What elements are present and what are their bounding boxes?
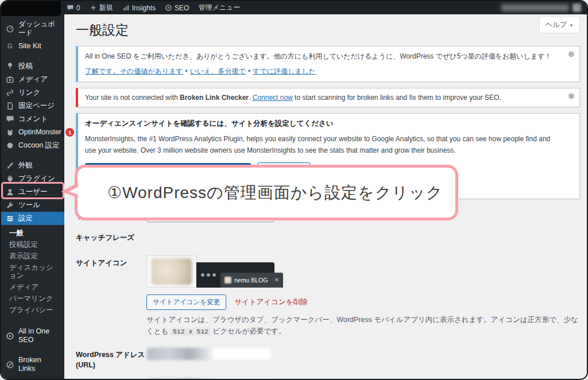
app-icon-preview — [146, 255, 196, 288]
sidebar-item-label: メディア — [18, 75, 48, 84]
adminbar-seo[interactable]: SEO — [160, 1, 194, 14]
sidebar-item-cocoon[interactable]: Cocoon 設定 — [1, 139, 64, 152]
seo-icon — [6, 332, 14, 340]
notice-aioseo-review: All in One SEO をご利用いただき、ありがとうございます。他の方にも… — [76, 46, 580, 82]
sidebar-item-pages[interactable]: 固定ページ — [1, 99, 64, 113]
admin-sidebar: ダッシュボードSite Kit投稿メディアリンク固定ページコメントOptinMo… — [1, 14, 64, 379]
seo-ring-icon — [165, 4, 172, 11]
comments-count: 0 — [76, 4, 80, 12]
browser-tab: nemu BLOG ✕ — [220, 273, 283, 288]
dismiss-icon[interactable]: ⊗ — [568, 92, 575, 100]
sidebar-item-tools[interactable]: ツール — [1, 199, 64, 212]
bar-chart-icon — [122, 4, 130, 11]
sidebar-item-posts[interactable]: 投稿 — [1, 60, 64, 73]
media-icon — [6, 75, 14, 84]
sidebar-item-label: ユーザー — [18, 188, 48, 196]
remove-site-icon-link[interactable]: サイトアイコンを削除 — [234, 297, 307, 307]
optinmonster-icon — [6, 128, 14, 137]
avatar — [572, 3, 581, 12]
chevron-down-icon: ▼ — [569, 23, 574, 28]
sidebar-item-site-kit[interactable]: Site Kit — [1, 40, 64, 53]
settings-submenu: 一般投稿設定表示設定ディスカッションメディアパーマリンクプライバシー — [1, 225, 64, 318]
adminbar-insights[interactable]: Insights — [118, 1, 160, 14]
annotation-callout: ①WordPressの管理画面から設定をクリック — [75, 165, 458, 220]
change-site-icon-button[interactable]: サイトアイコンを変更 — [146, 294, 226, 310]
wp-address-row: WordPress アドレス (URL) — [76, 347, 580, 370]
submenu-item-ディスカッション[interactable]: ディスカッション — [1, 262, 64, 281]
admin-bar: 0 新規 Insights SEO 管理メニュー — [1, 1, 587, 14]
annotation-text: ①WordPressの管理画面から設定をクリック — [107, 182, 443, 204]
review-action-link-0[interactable]: 了解です。その価値があります — [85, 67, 183, 75]
submenu-item-投稿設定[interactable]: 投稿設定 — [1, 239, 64, 250]
sidebar-item-label: 投稿 — [18, 62, 33, 71]
dismiss-icon[interactable]: ⊗ — [568, 50, 575, 58]
connect-now-link[interactable]: Connect now — [253, 94, 293, 102]
sidebar-item-links[interactable]: リンク — [1, 86, 64, 99]
sidebar-item-users[interactable]: ユーザー — [1, 185, 64, 199]
sidebar-item-appearance[interactable]: 外観 — [1, 159, 64, 172]
sidebar-item-insights[interactable]: インサイト5 — [1, 375, 64, 380]
site-address-input-redacted[interactable] — [146, 378, 272, 379]
sidebar-item-label: 固定ページ — [18, 102, 55, 110]
sidebar-item-label: Site Kit — [18, 42, 41, 51]
redacted-site-name-block — [1, 1, 61, 16]
adminbar-user-area[interactable] — [501, 3, 587, 12]
site-address-label: サイトアドレス (URL) — [76, 378, 146, 379]
pin-icon — [6, 62, 14, 71]
sidebar-item-comments[interactable]: コメント — [1, 113, 64, 126]
notification-badge: 1 — [65, 128, 74, 137]
size-code: 512 x 512 — [171, 327, 211, 336]
sliders-icon — [6, 214, 14, 223]
tab-title: nemu BLOG — [234, 277, 268, 284]
sidebar-item-label: リンク — [18, 88, 40, 97]
sidebar-item-label: 設定 — [18, 214, 33, 223]
sidebar-item-label: ツール — [18, 201, 40, 210]
general-settings-form: サイトのタイトル キャッチフレーズ サイトアイコン — [76, 208, 580, 379]
sidebar-item-plugins[interactable]: プラグイン — [1, 172, 64, 185]
sidebar-item-label: インサイト — [18, 378, 47, 380]
sidebar-item-broken-links[interactable]: Broken Links — [1, 354, 64, 375]
submenu-item-表示設定[interactable]: 表示設定 — [1, 250, 64, 262]
site-address-row: サイトアドレス (URL) クトリとは異なる場所を設定する以外は、ここに同じアド… — [76, 378, 580, 379]
review-action-link-2[interactable]: すでに評価しました — [253, 67, 316, 75]
sidebar-item-aioseo[interactable]: All in One SEO — [1, 325, 64, 347]
favicon-icon — [225, 277, 231, 284]
plugin-name: Broken Link Checker — [180, 94, 249, 102]
sitekit-icon — [6, 42, 14, 51]
site-icon-row: サイトアイコン nemu BLOG ✕ — [76, 255, 580, 337]
sidebar-item-optinmonster[interactable]: OptinMonster1 — [1, 126, 64, 139]
brush-icon — [6, 161, 14, 170]
adminbar-comments[interactable]: 0 — [62, 1, 85, 14]
submenu-item-一般[interactable]: 一般 — [1, 227, 64, 239]
help-button[interactable]: ヘルプ▼ — [539, 17, 580, 33]
site-icon-label: サイトアイコン — [76, 255, 146, 337]
sidebar-item-label: Cocoon 設定 — [18, 141, 60, 150]
sidebar-item-label: OptinMonster — [18, 128, 61, 137]
site-icon-image — [152, 258, 192, 285]
plugin-icon — [6, 175, 14, 183]
review-action-link-1[interactable]: いいえ、多分後で — [190, 67, 246, 75]
sidebar-item-label: All in One SEO — [18, 327, 60, 344]
wp-address-input-redacted[interactable] — [146, 347, 272, 360]
submenu-item-パーマリンク[interactable]: パーマリンク — [1, 293, 64, 304]
notice-text: All in One SEO をご利用いただき、ありがとうございます。他の方にも… — [85, 52, 559, 61]
submenu-item-メディア[interactable]: メディア — [1, 281, 64, 293]
user-icon — [6, 188, 14, 196]
submenu-item-プライバシー[interactable]: プライバシー — [1, 304, 64, 316]
sidebar-item-dashboard[interactable]: ダッシュボード — [1, 18, 64, 40]
wordpress-admin-window: 0 新規 Insights SEO 管理メニュー ダッシュボードSite Kit… — [0, 0, 588, 380]
sidebar-item-settings[interactable]: 設定 — [1, 212, 64, 225]
pages-icon — [6, 102, 14, 110]
sidebar-item-media[interactable]: メディア — [1, 73, 64, 86]
sidebar-item-label: コメント — [18, 115, 48, 123]
adminbar-admin-menu[interactable]: 管理メニュー — [194, 1, 245, 14]
window-dots-icon — [201, 273, 216, 277]
page-title: 一般設定 — [76, 21, 580, 39]
broken-link-icon — [6, 360, 14, 369]
plus-icon — [90, 4, 97, 11]
adminbar-new[interactable]: 新規 — [85, 1, 118, 14]
tagline-label: キャッチフレーズ — [76, 230, 146, 247]
sidebar-item-label: Broken Links — [18, 356, 60, 373]
comment-icon — [6, 115, 14, 123]
comment-bubble-icon — [67, 4, 74, 11]
